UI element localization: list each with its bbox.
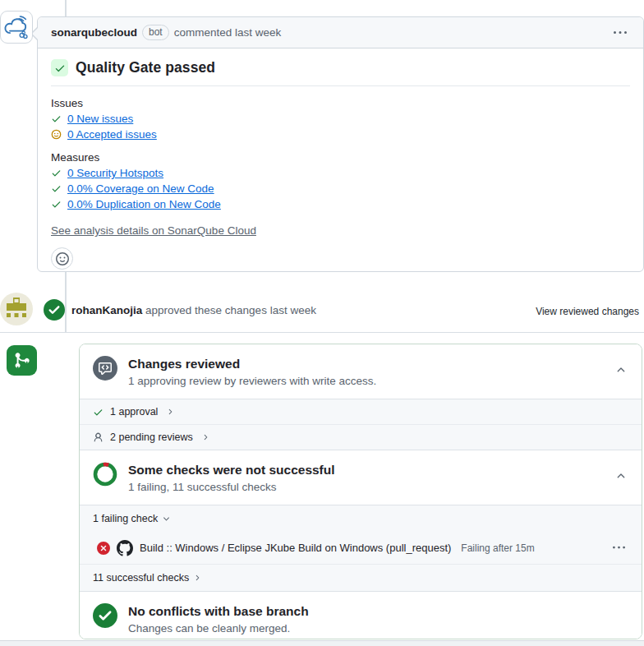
issue-row: 0 New issues [51,113,630,125]
merge-status-icon [7,345,37,376]
review-event-text: rohanKanojia approved these changes last… [71,304,316,316]
changes-reviewed-section: Changes reviewed 1 approving review by r… [80,344,642,399]
check-icon [51,183,62,194]
successful-checks-group[interactable]: 11 successful checks [80,564,642,591]
view-reviewed-changes-link[interactable]: View reviewed changes [536,306,639,317]
checks-title: Some checks were not successful [128,463,335,478]
accepted-issue-icon [51,129,62,140]
new-issues-link[interactable]: 0 New issues [67,113,133,125]
bot-badge: bot [142,25,169,40]
check-icon [93,407,104,418]
code-review-icon [93,356,117,381]
chevron-up-icon [615,470,627,482]
no-conflicts-check-icon [93,603,117,634]
quality-gate-heading: Quality Gate passed [51,59,630,86]
check-options-button[interactable] [610,538,628,557]
measure-row: 0.0% Duplication on New Code [51,198,630,210]
x-circle-icon [97,542,110,555]
pending-reviews-label: 2 pending reviews [110,431,193,443]
measure-row: 0 Security Hotspots [51,167,630,179]
chevron-down-icon [162,514,171,524]
collapse-checks-button[interactable] [612,467,630,487]
pending-reviews-row[interactable]: 2 pending reviews [80,424,642,450]
smiley-icon [56,252,69,265]
comment-body: Quality Gate passed Issues 0 New issues … [38,48,643,270]
changes-reviewed-title: Changes reviewed [128,357,376,371]
issue-row: 0 Accepted issues [51,128,630,141]
reviewer-avatar[interactable] [0,293,33,325]
checks-subtitle: 1 failing, 11 successful checks [128,481,335,493]
comment-header: sonarqubecloud bot commented last week [38,17,643,48]
measures-heading: Measures [51,151,630,164]
git-merge-icon [13,352,30,369]
sonarcloud-logo-icon [3,15,30,39]
kebab-icon [613,542,625,554]
failing-check-name: Build :: Windows / Eclipse JKube Build o… [140,542,451,554]
check-icon [51,113,62,124]
merge-box: Changes reviewed 1 approving review by r… [79,344,642,639]
person-icon [93,432,104,443]
check-icon [51,199,62,210]
add-reaction-button[interactable] [51,247,73,270]
comment-author[interactable]: sonarqubecloud [51,26,137,39]
conflicts-section: No conflicts with base branch Changes ca… [80,591,642,639]
successful-checks-label: 11 successful checks [93,572,189,584]
kebab-icon [614,26,627,39]
chevron-right-icon [193,574,201,582]
duplication-link[interactable]: 0.0% Duplication on New Code [67,198,221,210]
sonarqube-comment-card: sonarqubecloud bot commented last week Q… [37,16,644,272]
sonarqubecloud-avatar[interactable] [0,11,33,44]
failing-checks-group[interactable]: 1 failing check [80,505,642,532]
conflicts-title: No conflicts with base branch [128,604,309,619]
checks-summary-section: Some checks were not successful 1 failin… [80,450,642,505]
quality-gate-check-icon [51,59,68,76]
collapse-reviews-button[interactable] [612,361,630,381]
changes-reviewed-subtitle: 1 approving review by reviewers with wri… [128,375,376,387]
checks-donut-chart [93,462,117,493]
next-panel-edge [0,640,644,646]
quality-gate-title: Quality Gate passed [76,59,215,76]
failing-check-status: Failing after 15m [461,542,534,554]
approval-row[interactable]: 1 approval [80,399,642,424]
review-event-row: rohanKanojia approved these changes last… [0,291,644,329]
chevron-up-icon [615,364,627,376]
approved-check-icon [44,299,65,323]
security-hotspots-link[interactable]: 0 Security Hotspots [67,167,163,179]
github-actions-icon [117,540,133,556]
chevron-right-icon [166,408,174,416]
measure-row: 0.0% Coverage on New Code [51,182,630,195]
issues-heading: Issues [51,97,630,109]
reviewer-name[interactable]: rohanKanojia [71,304,142,316]
chevron-right-icon [201,433,209,441]
comment-meta: commented last week [174,26,282,39]
failing-check-row[interactable]: Build :: Windows / Eclipse JKube Build o… [80,532,642,564]
failing-checks-label: 1 failing check [93,513,158,524]
coverage-link[interactable]: 0.0% Coverage on New Code [67,182,214,195]
accepted-issues-link[interactable]: 0 Accepted issues [67,128,157,141]
checks-list: 1 failing check Build :: Windows / Eclip… [80,505,642,591]
merge-section-divider [0,332,644,333]
analysis-details-link[interactable]: See analysis details on SonarQube Cloud [51,224,256,237]
conflicts-subtitle: Changes can be cleanly merged. [128,622,309,634]
review-detail-rows: 1 approval 2 pending reviews [80,399,642,450]
comment-menu-button[interactable] [610,23,630,43]
approval-row-label: 1 approval [110,406,158,418]
check-icon [51,168,62,178]
